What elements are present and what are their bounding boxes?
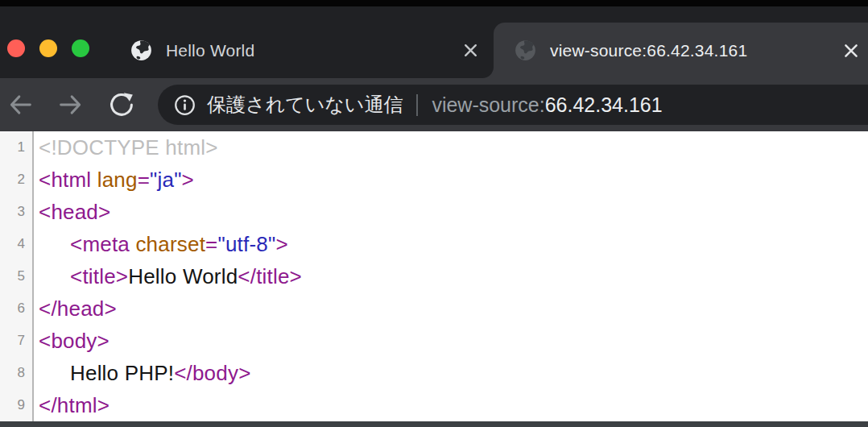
code-token-tag: <meta <box>70 232 135 256</box>
code-token-tag: </head> <box>39 296 117 321</box>
code-token-tag: <body> <box>39 329 110 353</box>
url-scheme: view-source: <box>432 93 544 116</box>
source-line: 8Hello PHP!</body> <box>0 357 868 389</box>
code-token-tag: </title> <box>238 264 302 288</box>
code-token-text: Hello PHP! <box>70 361 174 385</box>
line-number: 5 <box>0 260 34 292</box>
line-number: 4 <box>0 228 34 260</box>
reload-icon[interactable] <box>105 88 138 122</box>
source-line: 7<body> <box>0 325 868 357</box>
tab-bar: Hello World view-source:66.42.34.161 <box>0 6 868 78</box>
code-token-tag: </html> <box>39 393 110 417</box>
view-source-content: 1<!DOCTYPE html>2<html lang="ja">3<head>… <box>0 131 868 421</box>
code-line: <head> <box>34 200 110 225</box>
close-icon[interactable] <box>839 39 863 63</box>
code-line: Hello PHP!</body> <box>34 361 251 386</box>
browser-window: Hello World view-source:66.42.34.161 <box>0 0 868 427</box>
line-number: 1 <box>0 131 34 164</box>
code-token-tag: > <box>182 168 194 192</box>
back-arrow-icon[interactable] <box>3 88 37 122</box>
code-line: </html> <box>34 393 110 418</box>
tab-title: view-source:66.42.34.161 <box>550 41 747 60</box>
source-code: 1<!DOCTYPE html>2<html lang="ja">3<head>… <box>0 131 868 421</box>
globe-icon <box>130 39 152 61</box>
zoom-window-button[interactable] <box>72 39 89 57</box>
code-line: <body> <box>34 329 110 354</box>
code-token-doctype: <!DOCTYPE html> <box>39 135 218 160</box>
security-status-label: 保護されていない通信 <box>207 92 403 118</box>
code-line: <meta charset="utf-8"> <box>34 232 288 257</box>
source-line: 4<meta charset="utf-8"> <box>0 228 868 260</box>
omnibox-separator <box>416 94 418 116</box>
code-token-tag: > <box>275 232 287 256</box>
globe-icon <box>515 39 536 61</box>
info-icon[interactable] <box>174 94 196 116</box>
source-line: 5<title>Hello World</title> <box>0 260 868 292</box>
line-number: 9 <box>0 389 34 421</box>
close-icon[interactable] <box>458 39 482 63</box>
code-token-val: "ja" <box>150 168 182 192</box>
window-controls <box>7 39 89 57</box>
tab-hello-world[interactable]: Hello World <box>97 23 494 78</box>
line-number: 7 <box>0 325 34 357</box>
tab-view-source[interactable]: view-source:66.42.34.161 <box>494 23 868 78</box>
code-token-tag: </body> <box>174 361 250 385</box>
code-line: </head> <box>34 296 117 321</box>
url-text: view-source:66.42.34.161 <box>432 93 662 117</box>
code-line: <html lang="ja"> <box>34 168 194 193</box>
window-bottom-edge <box>0 421 868 427</box>
address-bar[interactable]: 保護されていない通信 view-source:66.42.34.161 <box>158 85 868 125</box>
code-token-text: Hello World <box>128 264 238 288</box>
line-number: 2 <box>0 164 34 196</box>
source-line: 2<html lang="ja"> <box>0 164 868 196</box>
source-line: 9</html> <box>0 389 868 421</box>
code-token-tag: = <box>205 232 217 256</box>
code-line: <!DOCTYPE html> <box>34 135 218 160</box>
close-window-button[interactable] <box>7 39 25 57</box>
line-number: 6 <box>0 292 34 325</box>
minimize-window-button[interactable] <box>39 39 57 57</box>
source-line: 1<!DOCTYPE html> <box>0 131 868 164</box>
code-token-tag: <html <box>39 168 97 192</box>
window-top-edge <box>0 0 868 6</box>
code-token-val: "utf-8" <box>217 232 275 256</box>
code-token-tag: <head> <box>39 200 110 224</box>
code-line: <title>Hello World</title> <box>34 264 302 289</box>
code-token-tag: <title> <box>70 264 128 288</box>
line-number: 8 <box>0 357 34 389</box>
source-line: 3<head> <box>0 196 868 228</box>
url-host: 66.42.34.161 <box>545 93 663 116</box>
code-token-attr: lang <box>97 168 138 192</box>
code-token-tag: = <box>138 168 150 192</box>
tab-title: Hello World <box>166 41 254 60</box>
forward-arrow-icon[interactable] <box>54 88 88 122</box>
source-line: 6</head> <box>0 292 868 325</box>
browser-toolbar: 保護されていない通信 view-source:66.42.34.161 <box>0 78 868 131</box>
line-number: 3 <box>0 196 34 228</box>
code-token-attr: charset <box>135 232 205 256</box>
